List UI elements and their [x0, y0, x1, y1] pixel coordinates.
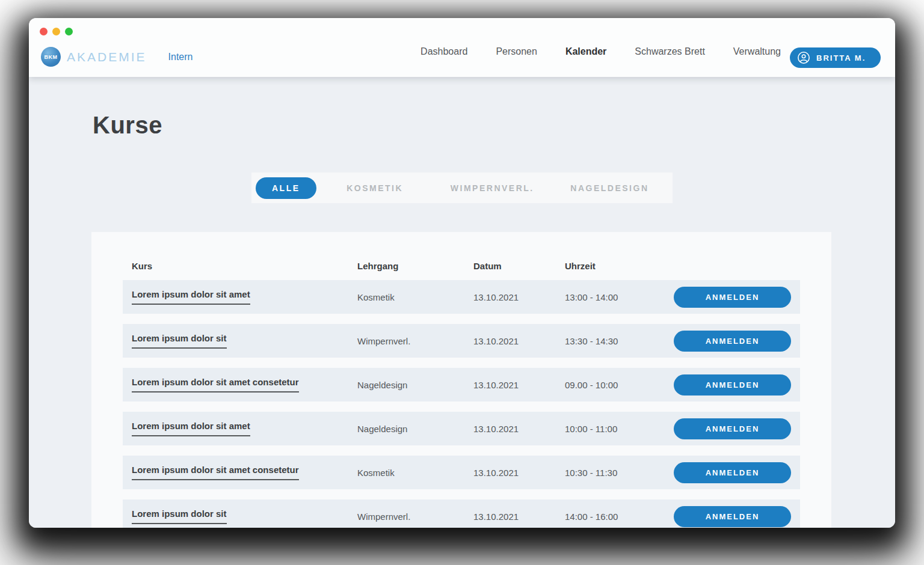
course-uhrzeit: 09.00 - 10:00	[565, 380, 671, 390]
course-link[interactable]: Lorem ipsum dolor sit	[132, 508, 227, 524]
anmelden-button[interactable]: ANMELDEN	[674, 506, 791, 527]
nav-item-verwaltung[interactable]: Verwaltung	[733, 38, 781, 57]
course-row: Lorem ipsum dolor sit amet Kosmetik 13.1…	[123, 280, 800, 314]
logo-badge-icon: BKM	[41, 47, 61, 67]
tab-alle[interactable]: ALLE	[256, 177, 316, 199]
course-uhrzeit: 13:30 - 14:30	[565, 336, 671, 346]
minimize-window-icon[interactable]	[52, 28, 60, 35]
main-content: Kurse ALLEKOSMETIKWIMPERNVERL.NAGELDESIG…	[29, 77, 895, 528]
course-row: Lorem ipsum dolor sit amet Nageldesign 1…	[123, 412, 800, 445]
course-lehrgang: Kosmetik	[357, 468, 473, 478]
table-header-row: Kurs Lehrgang Datum Uhrzeit	[123, 258, 800, 273]
course-row: Lorem ipsum dolor sit amet consetetur Na…	[123, 368, 800, 402]
course-link[interactable]: Lorem ipsum dolor sit amet consetetur	[132, 465, 299, 480]
user-circle-icon	[797, 51, 810, 64]
nav-item-personen[interactable]: Personen	[496, 38, 537, 57]
tab-kosmetik[interactable]: KOSMETIK	[346, 183, 403, 193]
nav-item-schwarzes-brett[interactable]: Schwarzes Brett	[635, 38, 704, 57]
column-header-datum: Datum	[473, 261, 565, 271]
course-datum: 13.10.2021	[473, 336, 565, 346]
course-datum: 13.10.2021	[473, 512, 565, 522]
course-uhrzeit: 10:00 - 11:00	[565, 424, 671, 434]
course-row: Lorem ipsum dolor sit Wimpernverl. 13.10…	[123, 499, 800, 528]
anmelden-button[interactable]: ANMELDEN	[674, 462, 791, 483]
nav-item-dashboard[interactable]: Dashboard	[420, 38, 467, 57]
course-datum: 13.10.2021	[473, 380, 565, 390]
course-uhrzeit: 14:00 - 16:00	[565, 512, 671, 522]
page-title: Kurse	[93, 112, 162, 139]
zoom-window-icon[interactable]	[65, 28, 73, 35]
nav-item-kalender[interactable]: Kalender	[565, 38, 606, 57]
course-datum: 13.10.2021	[473, 468, 565, 478]
course-row: Lorem ipsum dolor sit amet consetetur Ko…	[123, 456, 800, 489]
anmelden-button[interactable]: ANMELDEN	[674, 374, 791, 396]
table-body: Lorem ipsum dolor sit amet Kosmetik 13.1…	[123, 280, 800, 528]
close-window-icon[interactable]	[40, 28, 48, 35]
user-name: BRITTA M.	[816, 53, 866, 63]
anmelden-button[interactable]: ANMELDEN	[674, 418, 791, 439]
anmelden-button[interactable]: ANMELDEN	[674, 331, 791, 352]
app-header: BKM AKADEMIE Intern DashboardPersonenKal…	[29, 18, 895, 77]
course-uhrzeit: 10:30 - 11:30	[565, 468, 671, 478]
logo-title: AKADEMIE	[67, 50, 147, 64]
course-datum: 13.10.2021	[473, 424, 565, 434]
course-lehrgang: Kosmetik	[357, 292, 473, 302]
course-lehrgang: Nageldesign	[357, 380, 473, 390]
tab-nageldesign[interactable]: NAGELDESIGN	[570, 183, 648, 193]
course-link[interactable]: Lorem ipsum dolor sit	[132, 333, 227, 349]
user-menu-button[interactable]: BRITTA M.	[790, 47, 881, 68]
app-window: BKM AKADEMIE Intern DashboardPersonenKal…	[29, 18, 895, 528]
course-table-card: Kurs Lehrgang Datum Uhrzeit Lorem ipsum …	[91, 232, 831, 528]
course-lehrgang: Wimpernverl.	[357, 336, 473, 346]
course-lehrgang: Nageldesign	[357, 424, 473, 434]
window-controls	[40, 28, 73, 35]
course-filter-tabs: ALLEKOSMETIKWIMPERNVERL.NAGELDESIGN	[251, 173, 673, 203]
column-header-kurs: Kurs	[132, 261, 357, 271]
column-header-uhrzeit: Uhrzeit	[565, 261, 671, 271]
course-link[interactable]: Lorem ipsum dolor sit amet	[132, 421, 250, 436]
course-link[interactable]: Lorem ipsum dolor sit amet	[132, 289, 250, 305]
course-datum: 13.10.2021	[473, 292, 565, 302]
course-lehrgang: Wimpernverl.	[357, 512, 473, 522]
course-row: Lorem ipsum dolor sit Wimpernverl. 13.10…	[123, 324, 800, 358]
app-logo[interactable]: BKM AKADEMIE Intern	[41, 47, 192, 67]
anmelden-button[interactable]: ANMELDEN	[674, 287, 791, 308]
logo-subtitle: Intern	[168, 52, 193, 63]
course-uhrzeit: 13:00 - 14:00	[565, 292, 671, 302]
column-header-lehrgang: Lehrgang	[357, 261, 473, 271]
course-link[interactable]: Lorem ipsum dolor sit amet consetetur	[132, 377, 299, 392]
main-nav: DashboardPersonenKalenderSchwarzes Brett…	[420, 18, 781, 77]
tab-wimpernverl[interactable]: WIMPERNVERL.	[451, 183, 534, 193]
